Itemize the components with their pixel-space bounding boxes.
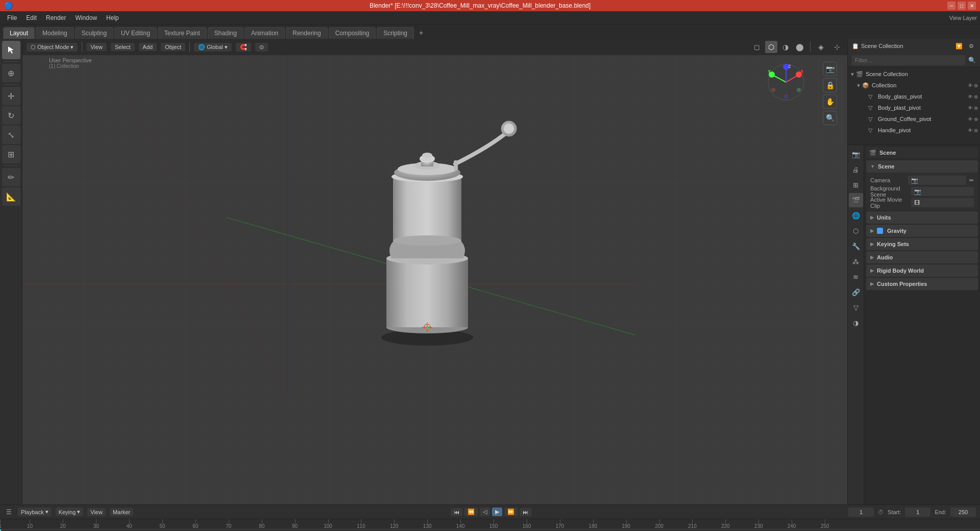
prop-constraints-tab[interactable]: 🔗: [849, 285, 863, 299]
prop-object-tab[interactable]: ⬡: [849, 224, 863, 238]
tab-uv-editing[interactable]: UV Editing: [114, 27, 157, 39]
prop-particles-tab[interactable]: ⁂: [849, 254, 863, 269]
prop-scene-tab[interactable]: 🎬: [849, 193, 863, 207]
menu-file[interactable]: File: [3, 13, 21, 22]
prop-modifier-tab[interactable]: 🔧: [849, 239, 863, 253]
close-button[interactable]: ✕: [968, 2, 976, 10]
menu-render[interactable]: Render: [42, 13, 70, 22]
gizmo-button[interactable]: ⊹: [831, 41, 843, 53]
outliner-search-input[interactable]: [852, 55, 965, 65]
outliner-filter-button[interactable]: 🔽: [953, 42, 965, 51]
tool-rotate[interactable]: ↻: [2, 106, 20, 125]
body-plast-vis-sel[interactable]: ⊕: [974, 105, 978, 111]
body-glass-vis-sel[interactable]: ⊕: [974, 94, 978, 100]
units-section-header[interactable]: ▶ Units: [866, 211, 978, 224]
minimize-button[interactable]: ─: [947, 2, 955, 10]
tab-shading[interactable]: Shading: [208, 27, 243, 39]
marker-menu-button[interactable]: Marker: [110, 508, 133, 516]
prop-render-tab[interactable]: 📷: [849, 147, 863, 161]
maximize-button[interactable]: □: [958, 2, 966, 10]
orientation-gizmo[interactable]: X Y Z: [766, 62, 806, 103]
view-menu-button[interactable]: View: [87, 508, 106, 516]
scene-section-header[interactable]: ▼ Scene: [866, 160, 978, 173]
menu-help[interactable]: Help: [102, 13, 123, 22]
outliner-item-collection[interactable]: ▼ 📦 Collection 👁 ⊕: [848, 80, 980, 91]
object-menu-button[interactable]: Object: [161, 43, 185, 51]
prop-view-layer-tab[interactable]: ⊞: [849, 178, 863, 192]
outliner-item-ground-coffee[interactable]: ▽ Ground_Coffee_pivot 👁 ⊕: [848, 113, 980, 125]
add-workspace-button[interactable]: +: [415, 27, 427, 39]
tool-measure[interactable]: 📐: [2, 187, 20, 206]
menu-edit[interactable]: Edit: [22, 13, 41, 22]
jump-to-start-button[interactable]: ⏮: [451, 508, 462, 516]
outliner-item-scene-collection[interactable]: ▼ 🎬 Scene Collection: [848, 68, 980, 80]
prop-physics-tab[interactable]: ≋: [849, 270, 863, 284]
handle-vis-sel[interactable]: ⊕: [974, 128, 978, 133]
ground-coffee-vis-sel[interactable]: ⊕: [974, 116, 978, 122]
collection-vis-eye[interactable]: 👁: [968, 83, 973, 88]
play-button[interactable]: ▶: [492, 508, 502, 516]
active-movie-clip-value[interactable]: 🎞: [911, 198, 974, 207]
playback-menu-button[interactable]: Playback ▾: [18, 508, 52, 516]
select-menu-button[interactable]: Select: [111, 43, 135, 51]
tab-modeling[interactable]: Modeling: [36, 27, 74, 39]
viewport-shading-button[interactable]: View: [86, 43, 107, 51]
tool-move[interactable]: ✛: [2, 87, 20, 105]
tool-select[interactable]: [2, 41, 20, 59]
tool-transform[interactable]: ⊞: [2, 145, 20, 163]
start-frame-input[interactable]: 1: [905, 508, 930, 517]
camera-value[interactable]: 📷: [908, 176, 966, 185]
global-space-button[interactable]: 🌐 Global ▾: [194, 43, 232, 52]
tab-texture-paint[interactable]: Texture Paint: [158, 27, 207, 39]
render-mode-button[interactable]: ⬤: [794, 41, 806, 53]
prev-keyframe-button[interactable]: ⏪: [464, 508, 478, 516]
camera-lock-button[interactable]: 🔒: [823, 78, 837, 92]
timeline-area[interactable]: 1102030405060708090100110120130140150160…: [0, 519, 980, 531]
solid-mode-button[interactable]: ⬡: [765, 41, 777, 53]
handle-vis-eye[interactable]: 👁: [968, 128, 973, 133]
tool-annotate[interactable]: ✏: [2, 168, 20, 186]
viewport-3d[interactable]: ⬡ Object Mode ▾ View Select Add Object 🌐…: [22, 39, 847, 504]
jump-to-end-button[interactable]: ⏭: [520, 508, 531, 516]
outliner-item-handle[interactable]: ▽ Handle_pivot 👁 ⊕: [848, 125, 980, 136]
background-scene-value[interactable]: 📷: [911, 187, 974, 196]
menu-window[interactable]: Window: [71, 13, 101, 22]
custom-properties-header[interactable]: ▶ Custom Properties: [866, 278, 978, 290]
prop-output-tab[interactable]: 🖨: [849, 162, 863, 177]
prop-data-tab[interactable]: ▽: [849, 300, 863, 315]
camera-edit-icon[interactable]: ✏: [969, 177, 974, 184]
audio-section-header[interactable]: ▶ Audio: [866, 251, 978, 263]
material-mode-button[interactable]: ◑: [779, 41, 792, 53]
play-back-button[interactable]: ◁: [480, 508, 490, 516]
body-glass-vis-eye[interactable]: 👁: [968, 94, 973, 100]
tab-scripting[interactable]: Scripting: [377, 27, 414, 39]
wireframe-mode-button[interactable]: ◻: [751, 41, 763, 53]
timeline-menu-icon[interactable]: ☰: [4, 509, 14, 516]
gravity-section-header[interactable]: ▶ Gravity: [866, 225, 978, 237]
keying-sets-header[interactable]: ▶ Keying Sets: [866, 238, 978, 250]
collection-vis-cursor[interactable]: ⊕: [974, 83, 978, 88]
gravity-checkbox[interactable]: [877, 228, 883, 234]
prop-material-tab[interactable]: ◑: [849, 316, 863, 330]
ground-coffee-vis-eye[interactable]: 👁: [968, 116, 973, 122]
camera-view-button[interactable]: 📷: [823, 62, 837, 76]
current-frame-input[interactable]: 1: [848, 508, 874, 517]
tab-animation[interactable]: Animation: [244, 27, 285, 39]
end-frame-input[interactable]: 250: [950, 508, 976, 517]
tab-sculpting[interactable]: Sculpting: [75, 27, 113, 39]
prop-world-tab[interactable]: 🌐: [849, 208, 863, 223]
tool-cursor[interactable]: ⊕: [2, 64, 20, 82]
proportional-edit-button[interactable]: ⊙: [255, 43, 268, 52]
tool-scale[interactable]: ⤡: [2, 126, 20, 144]
tab-rendering[interactable]: Rendering: [286, 27, 327, 39]
keying-menu-button[interactable]: Keying ▾: [56, 508, 84, 516]
tab-layout[interactable]: Layout: [3, 27, 35, 39]
zoom-button[interactable]: 🔍: [823, 111, 837, 125]
next-keyframe-button[interactable]: ⏩: [504, 508, 518, 516]
add-menu-button[interactable]: Add: [139, 43, 157, 51]
object-mode-button[interactable]: ⬡ Object Mode ▾: [27, 43, 78, 52]
hand-tool-button[interactable]: ✋: [823, 94, 837, 109]
overlay-button[interactable]: ◈: [815, 41, 827, 53]
outliner-item-body-glass[interactable]: ▽ Body_glass_pivot 👁 ⊕: [848, 91, 980, 102]
snap-button[interactable]: 🧲: [236, 43, 251, 52]
